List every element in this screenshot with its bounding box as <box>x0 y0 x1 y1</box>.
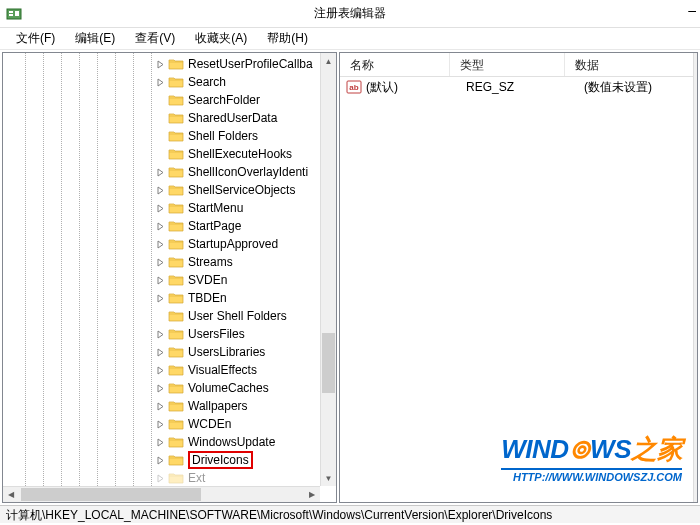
tree-item[interactable]: WindowsUpdate <box>155 433 313 451</box>
tree-item-label: SVDEn <box>188 273 227 287</box>
column-type[interactable]: 类型 <box>450 53 565 76</box>
tree-item-label: SharedUserData <box>188 111 277 125</box>
expander-icon[interactable] <box>155 419 165 429</box>
tree-item-label: UsersLibraries <box>188 345 265 359</box>
menubar: 文件(F) 编辑(E) 查看(V) 收藏夹(A) 帮助(H) <box>0 28 700 50</box>
tree-item[interactable]: StartPage <box>155 217 313 235</box>
expander-icon[interactable] <box>155 59 165 69</box>
folder-icon <box>168 309 184 323</box>
folder-icon <box>168 453 184 467</box>
expander-icon[interactable] <box>155 401 165 411</box>
menu-edit[interactable]: 编辑(E) <box>67 28 123 49</box>
tree-item[interactable]: Shell Folders <box>155 127 313 145</box>
scroll-down-arrow[interactable]: ▼ <box>321 470 336 486</box>
scroll-left-arrow[interactable]: ◀ <box>3 487 19 502</box>
expander-icon[interactable] <box>155 221 165 231</box>
folder-icon <box>168 57 184 71</box>
regedit-icon <box>6 6 22 22</box>
expander-icon[interactable] <box>155 257 165 267</box>
folder-icon <box>168 435 184 449</box>
scroll-thumb-h[interactable] <box>21 488 201 501</box>
tree-item[interactable]: UsersFiles <box>155 325 313 343</box>
folder-icon <box>168 327 184 341</box>
tree-item-label: VolumeCaches <box>188 381 269 395</box>
tree-item-label: WindowsUpdate <box>188 435 275 449</box>
tree-item[interactable]: WCDEn <box>155 415 313 433</box>
expander-icon[interactable] <box>155 365 165 375</box>
minimize-button[interactable]: – <box>688 2 696 18</box>
tree-item[interactable]: SVDEn <box>155 271 313 289</box>
tree-item[interactable]: ShellIconOverlayIdenti <box>155 163 313 181</box>
scroll-thumb-v[interactable] <box>322 333 335 393</box>
tree-item[interactable]: Streams <box>155 253 313 271</box>
expander-icon <box>155 131 165 141</box>
value-type: REG_SZ <box>466 80 584 94</box>
tree-item[interactable]: Ext <box>155 469 313 486</box>
values-pane: 名称 类型 数据 ab (默认) REG_SZ (数值未设置) <box>339 52 698 503</box>
expander-icon[interactable] <box>155 293 165 303</box>
tree-item[interactable]: StartupApproved <box>155 235 313 253</box>
folder-icon <box>168 363 184 377</box>
column-name[interactable]: 名称 <box>340 53 450 76</box>
scroll-up-arrow[interactable]: ▲ <box>321 53 336 69</box>
expander-icon[interactable] <box>155 203 165 213</box>
menu-file[interactable]: 文件(F) <box>8 28 63 49</box>
tree-item-label: User Shell Folders <box>188 309 287 323</box>
tree-item[interactable]: SharedUserData <box>155 109 313 127</box>
tree-item-label: StartPage <box>188 219 241 233</box>
tree-scrollbar-vertical[interactable]: ▲ ▼ <box>320 53 336 486</box>
titlebar: 注册表编辑器 – <box>0 0 700 28</box>
expander-icon[interactable] <box>155 455 165 465</box>
tree-item-label: ShellServiceObjects <box>188 183 295 197</box>
tree-item[interactable]: VisualEffects <box>155 361 313 379</box>
expander-icon[interactable] <box>155 437 165 447</box>
expander-icon[interactable] <box>155 473 165 483</box>
statusbar: 计算机\HKEY_LOCAL_MACHINE\SOFTWARE\Microsof… <box>0 505 700 523</box>
tree-item[interactable]: User Shell Folders <box>155 307 313 325</box>
tree-item[interactable]: Wallpapers <box>155 397 313 415</box>
tree-item[interactable]: SearchFolder <box>155 91 313 109</box>
tree-item[interactable]: DriveIcons <box>155 451 313 469</box>
tree-item[interactable]: ShellExecuteHooks <box>155 145 313 163</box>
menu-view[interactable]: 查看(V) <box>127 28 183 49</box>
folder-icon <box>168 291 184 305</box>
folder-icon <box>168 255 184 269</box>
list-row[interactable]: ab (默认) REG_SZ (数值未设置) <box>340 77 697 97</box>
list-header: 名称 类型 数据 <box>340 53 697 77</box>
tree-item[interactable]: ShellServiceObjects <box>155 181 313 199</box>
tree-item-label: TBDEn <box>188 291 227 305</box>
expander-icon <box>155 113 165 123</box>
menu-favorites[interactable]: 收藏夹(A) <box>187 28 255 49</box>
tree-item[interactable]: Search <box>155 73 313 91</box>
tree-item[interactable]: TBDEn <box>155 289 313 307</box>
expander-icon[interactable] <box>155 383 165 393</box>
value-name: (默认) <box>366 79 466 96</box>
svg-rect-2 <box>9 14 13 16</box>
tree-item[interactable]: ResetUserProfileCallba <box>155 55 313 73</box>
folder-icon <box>168 93 184 107</box>
folder-icon <box>168 273 184 287</box>
tree-item-label: WCDEn <box>188 417 231 431</box>
expander-icon[interactable] <box>155 329 165 339</box>
expander-icon <box>155 149 165 159</box>
folder-icon <box>168 129 184 143</box>
expander-icon[interactable] <box>155 167 165 177</box>
tree-item-label: StartMenu <box>188 201 243 215</box>
tree-scrollbar-horizontal[interactable]: ◀ ▶ <box>3 486 320 502</box>
menu-help[interactable]: 帮助(H) <box>259 28 316 49</box>
tree-pane: ResetUserProfileCallbaSearchSearchFolder… <box>2 52 337 503</box>
expander-icon[interactable] <box>155 275 165 285</box>
folder-icon <box>168 165 184 179</box>
expander-icon[interactable] <box>155 77 165 87</box>
expander-icon[interactable] <box>155 185 165 195</box>
scroll-right-arrow[interactable]: ▶ <box>304 487 320 502</box>
expander-icon[interactable] <box>155 347 165 357</box>
tree-scroll[interactable]: ResetUserProfileCallbaSearchSearchFolder… <box>3 53 320 486</box>
expander-icon[interactable] <box>155 239 165 249</box>
tree-item[interactable]: VolumeCaches <box>155 379 313 397</box>
tree-item[interactable]: UsersLibraries <box>155 343 313 361</box>
expander-icon <box>155 311 165 321</box>
column-data[interactable]: 数据 <box>565 53 697 76</box>
folder-icon <box>168 345 184 359</box>
tree-item[interactable]: StartMenu <box>155 199 313 217</box>
